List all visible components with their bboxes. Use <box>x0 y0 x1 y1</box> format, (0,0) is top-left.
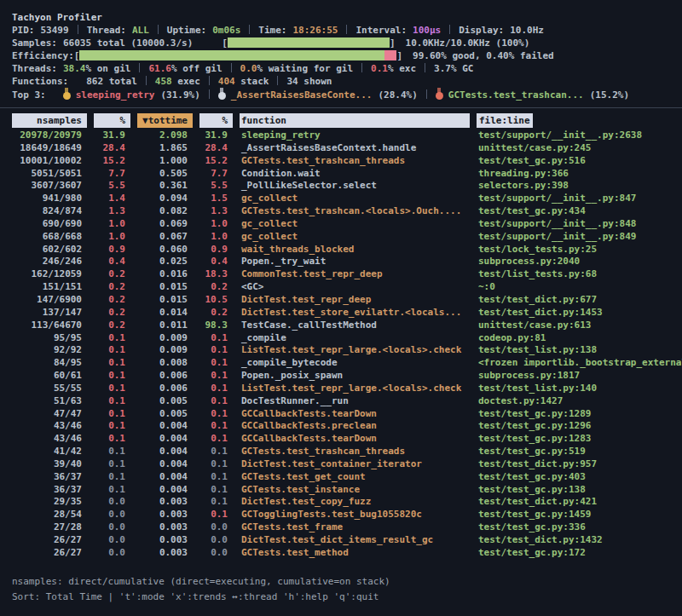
function-cell: DictTest.test_copy_fuzz <box>240 496 470 509</box>
function-cell: GCCallbackTests.tearDown <box>240 433 470 446</box>
nsamples-cell: 41/42 <box>12 446 87 458</box>
cumulative-percent-cell: 0.1 <box>199 496 233 509</box>
table-row[interactable]: 602/602 0.9 0.060 0.9 wait_threads_block… <box>12 244 682 256</box>
cumulative-percent-cell: 1.3 <box>199 205 233 218</box>
table-row[interactable]: 51/63 0.1 0.005 0.1 DocTestRunner.__run … <box>12 395 682 408</box>
function-cell: DictTest.test_repr_deep <box>240 294 470 307</box>
function-cell: _compile <box>240 332 470 345</box>
nsamples-cell: 18649/18649 <box>12 142 87 155</box>
tottime-cell: 0.003 <box>137 509 193 521</box>
table-row[interactable]: 5051/5051 7.7 0.505 7.7 Condition.wait t… <box>12 168 682 181</box>
cumulative-percent-cell: 0.1 <box>199 332 233 345</box>
table-row[interactable]: 29/35 0.0 0.003 0.1 DictTest.test_copy_f… <box>12 496 682 509</box>
table-row[interactable]: 246/246 0.4 0.025 0.4 Popen._try_wait su… <box>12 256 682 268</box>
nsamples-cell: 92/92 <box>12 344 87 357</box>
table-row[interactable]: 43/46 0.1 0.004 0.1 GCCallbackTests.tear… <box>12 433 682 446</box>
function-cell: gc_collect <box>240 231 470 244</box>
column-header-file-line[interactable]: file:line <box>477 113 533 128</box>
samples-total: 66035 total (10000.3/s) <box>63 37 193 49</box>
nsamples-cell: 28/54 <box>12 509 87 521</box>
tottime-cell: 0.003 <box>137 496 193 509</box>
function-stat: 862 total <box>86 76 137 87</box>
table-row[interactable]: 147/6900 0.2 0.015 10.5 DictTest.test_re… <box>12 294 682 307</box>
file-line-cell: test/test_dict.py:1453 <box>477 307 682 320</box>
direct-percent-cell: 5.5 <box>94 180 130 193</box>
nsamples-cell: 39/40 <box>12 458 87 471</box>
table-row[interactable]: 95/95 0.1 0.009 0.1 _compile codeop.py:8… <box>12 332 682 345</box>
cumulative-percent-cell: 98.3 <box>199 320 233 332</box>
vertical-separator <box>449 25 450 34</box>
uptime-value: 0m06s <box>212 25 240 36</box>
table-row[interactable]: 113/64670 0.2 0.011 98.3 TestCase._callT… <box>12 320 682 332</box>
function-cell: gc_collect <box>240 193 470 205</box>
table-row[interactable]: 47/47 0.1 0.005 0.1 GCCallbackTests.tear… <box>12 408 682 421</box>
table-row[interactable]: 18649/18649 28.4 1.865 28.4 _AssertRaise… <box>12 142 682 155</box>
nsamples-cell: 941/980 <box>12 193 87 205</box>
tottime-cell: 0.009 <box>137 344 193 357</box>
nsamples-cell: 137/147 <box>12 307 87 320</box>
tottime-cell: 0.067 <box>137 231 193 244</box>
function-cell: DictTest.test_container_iterator <box>240 458 470 471</box>
column-header-nsamples[interactable]: nsamples <box>12 113 87 128</box>
nsamples-cell: 43/46 <box>12 420 87 433</box>
table-row[interactable]: 39/40 0.1 0.004 0.1 DictTest.test_contai… <box>12 458 682 471</box>
table-row[interactable]: 92/92 0.1 0.009 0.1 ListTest.test_repr_l… <box>12 344 682 357</box>
threads-stats: 38.4% on gil61.6% off gil0.0% waiting fo… <box>63 63 473 74</box>
table-row[interactable]: 36/37 0.1 0.004 0.1 GCTests.test_instanc… <box>12 484 682 497</box>
table-row[interactable]: 36/37 0.1 0.004 0.1 GCTests.test_get_cou… <box>12 471 682 484</box>
function-cell: GCTests.test_instance <box>240 484 470 497</box>
table-row[interactable]: 824/874 1.3 0.082 1.3 GCTests.test_trash… <box>12 205 682 218</box>
direct-percent-cell: 0.1 <box>94 471 130 484</box>
cumulative-percent-cell: 5.5 <box>199 180 233 193</box>
table-row[interactable]: 26/27 0.0 0.003 0.0 DictTest.test_dict_i… <box>12 534 682 547</box>
function-cell: GCTests.test_get_count <box>240 471 470 484</box>
tottime-cell: 0.006 <box>137 370 193 383</box>
table-row[interactable]: 690/690 1.0 0.069 1.0 gc_collect test/su… <box>12 218 682 231</box>
function-cell: wait_threads_blocked <box>240 244 470 256</box>
column-header-function[interactable]: function <box>240 113 470 128</box>
table-row[interactable]: 28/54 0.0 0.003 0.1 GCTogglingTests.test… <box>12 509 682 521</box>
nsamples-cell: 36/37 <box>12 471 87 484</box>
table-row[interactable]: 137/147 0.2 0.014 0.2 DictTest.test_stor… <box>12 307 682 320</box>
function-cell: ListTest.test_repr_large.<locals>.check <box>240 344 470 357</box>
samples-line: Samples:66035 total (10000.3/s)[]10.0KHz… <box>12 37 682 49</box>
cumulative-percent-cell: 7.7 <box>199 168 233 181</box>
table-row[interactable]: 941/980 1.4 0.094 1.5 gc_collect test/su… <box>12 193 682 205</box>
table-row[interactable]: 162/12059 0.2 0.016 18.3 CommonTest.test… <box>12 268 682 281</box>
tottime-cell: 0.008 <box>137 357 193 370</box>
function-cell: CommonTest.test_repr_deep <box>240 268 470 281</box>
table-row[interactable]: 55/55 0.1 0.006 0.1 ListTest.test_repr_l… <box>12 383 682 395</box>
nsamples-cell: 27/28 <box>12 521 87 534</box>
table-row[interactable]: 10001/10002 15.2 1.000 15.2 GCTests.test… <box>12 155 682 168</box>
column-header-direct-percent[interactable]: % <box>94 113 130 128</box>
thread-stat-value: 38.4 <box>63 63 86 74</box>
column-header-cumulative-percent[interactable]: % <box>199 113 233 128</box>
table-header: nsamples % ▼tottime % function file:line <box>12 113 682 128</box>
thread-stat: 3.7% GC <box>434 63 473 74</box>
vertical-separator <box>209 89 210 99</box>
table-row[interactable]: 3607/3607 5.5 0.361 5.5 _PollLikeSelecto… <box>12 180 682 193</box>
table-row[interactable]: 20978/20979 31.9 2.098 31.9 sleeping_ret… <box>12 130 682 142</box>
column-header-tottime-sorted[interactable]: ▼tottime <box>137 113 193 128</box>
file-line-cell: test/test_gc.py:516 <box>477 155 682 168</box>
file-line-cell: unittest/case.py:245 <box>477 142 682 155</box>
table-row[interactable]: 41/42 0.1 0.004 0.1 GCTests.test_trashca… <box>12 446 682 458</box>
table-row[interactable]: 43/46 0.1 0.004 0.1 GCCallbackTests.prec… <box>12 420 682 433</box>
function-stat-suffix: shown <box>298 76 332 87</box>
cumulative-percent-cell: 0.0 <box>199 547 233 560</box>
file-line-cell: test/test_gc.py:519 <box>477 446 682 458</box>
table-row[interactable]: 668/668 1.0 0.067 1.0 gc_collect test/su… <box>12 231 682 244</box>
functions-label: Functions: <box>12 76 68 87</box>
direct-percent-cell: 0.0 <box>94 534 130 547</box>
table-row[interactable]: 84/95 0.1 0.008 0.1 _compile_bytecode <f… <box>12 357 682 370</box>
table-row[interactable]: 151/151 0.2 0.015 0.2 <GC> ~:0 <box>12 281 682 294</box>
divider <box>0 107 682 108</box>
file-line-cell: test/test_dict.py:1432 <box>477 534 682 547</box>
file-line-cell: selectors.py:398 <box>477 180 682 193</box>
table-row[interactable]: 27/28 0.0 0.003 0.0 GCTests.test_frame t… <box>12 521 682 534</box>
function-stat: 404 stack <box>218 76 269 87</box>
cumulative-percent-cell: 28.4 <box>199 142 233 155</box>
top3-line: Top 3:sleeping_retry(31.9%)_AssertRaises… <box>12 88 682 102</box>
table-row[interactable]: 60/61 0.1 0.006 0.1 Popen._posix_spawn s… <box>12 370 682 383</box>
table-row[interactable]: 26/27 0.0 0.003 0.0 GCTests.test_method … <box>12 547 682 560</box>
